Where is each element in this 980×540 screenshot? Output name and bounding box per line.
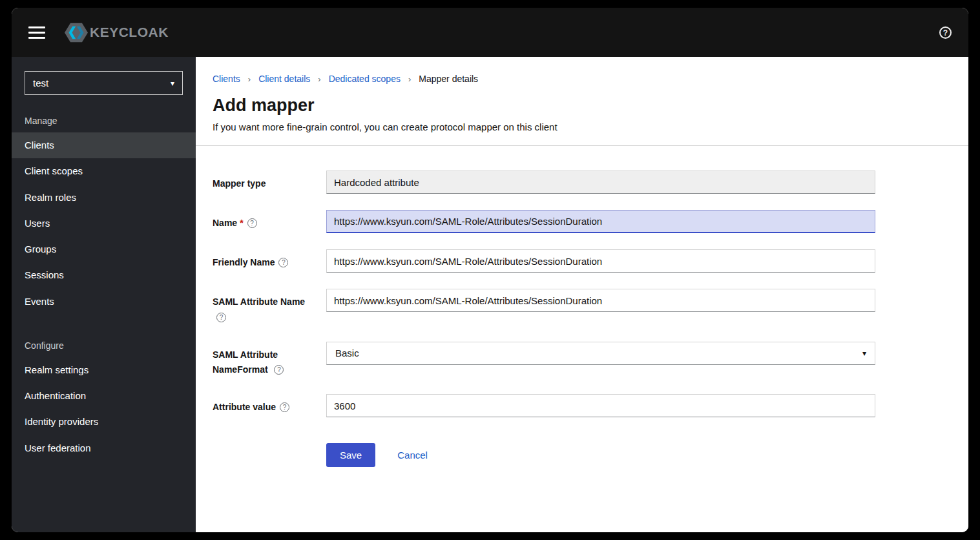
form-row-saml-attribute-name: SAML Attribute Name ?: [213, 289, 875, 326]
cancel-link[interactable]: Cancel: [397, 450, 428, 461]
help-icon[interactable]: ?: [280, 402, 289, 412]
breadcrumb-client-details[interactable]: Client details: [258, 74, 310, 84]
hamburger-menu-icon[interactable]: [28, 26, 45, 39]
sidebar-item-users[interactable]: Users: [12, 211, 196, 236]
divider: [196, 145, 968, 146]
name-field[interactable]: [326, 210, 875, 233]
help-icon[interactable]: ?: [274, 365, 284, 375]
saml-attribute-nameformat-value: Basic: [335, 348, 359, 358]
name-label: Name*?: [213, 210, 316, 233]
breadcrumb-clients[interactable]: Clients: [213, 74, 240, 84]
form-row-friendly-name: Friendly Name?: [213, 249, 875, 273]
form-row-saml-attribute-nameformat: SAML Attribute NameFormat ? Basic ▾: [213, 342, 875, 379]
attribute-value-label: Attribute value?: [213, 394, 316, 417]
required-marker: *: [240, 218, 243, 228]
attribute-value-field[interactable]: [326, 394, 875, 417]
save-button[interactable]: Save: [326, 443, 375, 467]
breadcrumb-separator-icon: ›: [248, 74, 251, 84]
sidebar-item-events[interactable]: Events: [12, 289, 196, 315]
keycloak-logo-text: KEYCLOAK: [90, 25, 169, 40]
mapper-type-label: Mapper type: [213, 171, 316, 194]
sidebar-item-groups[interactable]: Groups: [12, 236, 196, 262]
breadcrumb-mapper-details: Mapper details: [419, 74, 478, 84]
help-icon[interactable]: ?: [247, 218, 257, 228]
sidebar-item-authentication[interactable]: Authentication: [12, 383, 196, 409]
chevron-down-icon: ▾: [862, 349, 866, 358]
friendly-name-field[interactable]: [326, 249, 875, 273]
form-row-attribute-value: Attribute value?: [213, 394, 875, 417]
keycloak-logo[interactable]: KEYCLOAK: [65, 22, 169, 43]
sidebar-section-label: Configure: [12, 315, 196, 357]
breadcrumb: Clients › Client details › Dedicated sco…: [213, 74, 952, 84]
sidebar-item-realm-settings[interactable]: Realm settings: [12, 357, 196, 383]
sidebar-item-sessions[interactable]: Sessions: [12, 262, 196, 288]
form-row-name: Name*?: [213, 210, 875, 233]
help-icon[interactable]: ?: [278, 258, 288, 267]
chevron-down-icon: ▾: [171, 79, 174, 88]
add-mapper-form: Mapper type Name*? Frien: [213, 171, 875, 467]
sidebar-item-client-scopes[interactable]: Client scopes: [12, 158, 196, 184]
form-actions: Save Cancel: [326, 443, 875, 467]
friendly-name-label: Friendly Name?: [213, 249, 316, 273]
page-subtitle: If you want more fine-grain control, you…: [213, 121, 952, 132]
breadcrumb-separator-icon: ›: [408, 74, 411, 84]
sidebar-section-label: Manage: [12, 105, 196, 132]
breadcrumb-dedicated-scopes[interactable]: Dedicated scopes: [329, 74, 401, 84]
sidebar-section-manage: Manage Clients Client scopes Realm roles…: [12, 105, 196, 315]
help-icon[interactable]: ?: [939, 26, 952, 39]
saml-attribute-nameformat-select[interactable]: Basic ▾: [326, 342, 875, 365]
sidebar: test ▾ Manage Clients Client scopes Real…: [12, 57, 196, 532]
realm-selector[interactable]: test ▾: [25, 71, 183, 95]
sidebar-item-realm-roles[interactable]: Realm roles: [12, 185, 196, 211]
page-title: Add mapper: [213, 96, 952, 116]
masthead: KEYCLOAK ?: [12, 8, 968, 57]
sidebar-section-configure: Configure Realm settings Authentication …: [12, 315, 196, 461]
mapper-type-field[interactable]: [326, 171, 875, 194]
keycloak-window: KEYCLOAK ? test ▾ Manage Clients Client …: [12, 8, 968, 532]
sidebar-item-identity-providers[interactable]: Identity providers: [12, 409, 196, 435]
realm-selector-value: test: [33, 78, 48, 88]
saml-attribute-name-field[interactable]: [326, 289, 875, 312]
keycloak-logo-icon: [65, 22, 88, 43]
main-content: Clients › Client details › Dedicated sco…: [196, 57, 968, 532]
help-icon[interactable]: ?: [216, 313, 226, 322]
sidebar-item-clients[interactable]: Clients: [12, 132, 196, 158]
saml-attribute-name-label: SAML Attribute Name ?: [213, 289, 316, 326]
sidebar-item-user-federation[interactable]: User federation: [12, 435, 196, 461]
breadcrumb-separator-icon: ›: [318, 74, 320, 84]
form-row-mapper-type: Mapper type: [213, 171, 875, 194]
saml-attribute-nameformat-label: SAML Attribute NameFormat ?: [213, 342, 316, 379]
